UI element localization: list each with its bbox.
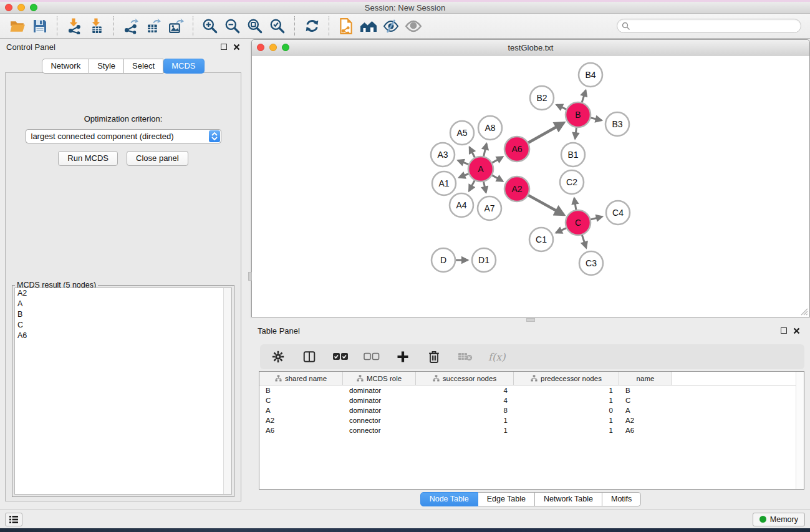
network-window-titlebar[interactable]: testGlobe.txt xyxy=(252,40,809,56)
table-cell[interactable]: dominator xyxy=(343,387,416,394)
import-table-button[interactable] xyxy=(85,16,108,37)
graph-node-A4[interactable]: A4 xyxy=(450,193,473,217)
edge-B-B1[interactable] xyxy=(575,127,576,138)
table-cell[interactable]: 1 xyxy=(514,397,619,404)
task-history-button[interactable] xyxy=(5,513,22,526)
memory-button[interactable]: Memory xyxy=(753,513,805,526)
graph-node-B4[interactable]: B4 xyxy=(579,63,602,87)
mcds-result-item[interactable]: A6 xyxy=(15,331,231,341)
mcds-result-item[interactable]: B xyxy=(15,309,231,320)
graph-node-A5[interactable]: A5 xyxy=(450,121,474,145)
new-network-from-selection-button[interactable] xyxy=(335,16,357,37)
table-cell[interactable]: A6 xyxy=(619,427,672,434)
refresh-layout-button[interactable] xyxy=(301,16,323,37)
edge-A-A8[interactable] xyxy=(483,143,486,157)
unselect-all-columns-button[interactable] xyxy=(364,349,380,365)
tab-motifs[interactable]: Motifs xyxy=(602,492,641,506)
table-cell[interactable]: 1 xyxy=(514,387,619,394)
export-network-button[interactable] xyxy=(120,16,142,37)
table-row[interactable]: A2connector11A2 xyxy=(259,415,804,425)
table-row[interactable]: Bdominator41B xyxy=(259,385,804,395)
resize-grip-icon[interactable] xyxy=(799,307,808,316)
table-cell[interactable]: A2 xyxy=(619,417,672,424)
table-cell[interactable]: connector xyxy=(343,427,416,434)
tab-node-table[interactable]: Node Table xyxy=(420,492,478,506)
delete-table-button[interactable] xyxy=(457,349,473,365)
delete-column-button[interactable] xyxy=(426,349,442,365)
graph-node-A1[interactable]: A1 xyxy=(432,172,456,195)
edge-A-A3[interactable] xyxy=(458,160,469,165)
close-panel-button[interactable]: Close panel xyxy=(127,151,188,166)
mcds-result-list[interactable]: A2ABCA6 xyxy=(14,288,232,495)
table-cell[interactable]: C xyxy=(619,397,672,404)
minimize-window-button[interactable] xyxy=(17,4,25,11)
column-header-MCDS-role[interactable]: MCDS role xyxy=(343,372,416,385)
edge-A2-C[interactable] xyxy=(528,195,564,215)
graph-node-A8[interactable]: A8 xyxy=(478,116,502,140)
create-column-button[interactable] xyxy=(395,349,411,365)
minimize-network-window-button[interactable] xyxy=(269,44,277,51)
graph-node-B1[interactable]: B1 xyxy=(561,143,585,167)
criterion-select[interactable]: largest connected component (directed) xyxy=(26,129,221,143)
search-field[interactable] xyxy=(617,19,801,33)
edge-B-B4[interactable] xyxy=(582,90,586,103)
graph-node-C2[interactable]: C2 xyxy=(560,170,584,194)
zoom-window-button[interactable] xyxy=(30,4,37,11)
column-header-successor-nodes[interactable]: successor nodes xyxy=(416,372,514,385)
graph-node-A[interactable]: A xyxy=(468,157,493,181)
scrollbar-track[interactable] xyxy=(223,288,231,494)
float-table-panel-icon[interactable] xyxy=(781,327,787,334)
close-window-button[interactable] xyxy=(5,4,12,11)
table-cell[interactable]: 4 xyxy=(416,387,514,394)
horizontal-splitter[interactable] xyxy=(251,317,810,322)
splitter-knob[interactable] xyxy=(526,318,535,322)
table-cell[interactable]: connector xyxy=(343,417,416,424)
table-scrollbar-track[interactable] xyxy=(796,372,804,489)
graph-node-D1[interactable]: D1 xyxy=(472,248,496,272)
close-network-window-button[interactable] xyxy=(257,44,264,51)
tab-edge-table[interactable]: Edge Table xyxy=(478,492,535,506)
table-cell[interactable]: 4 xyxy=(416,397,514,404)
float-panel-icon[interactable] xyxy=(221,44,227,50)
edge-B-B3[interactable] xyxy=(590,118,601,120)
graph-node-B2[interactable]: B2 xyxy=(530,86,554,110)
import-network-button[interactable] xyxy=(63,16,85,37)
mcds-result-item[interactable]: A2 xyxy=(15,288,231,299)
edge-A6-B[interactable] xyxy=(528,123,564,143)
graph-node-A6[interactable]: A6 xyxy=(504,137,529,162)
tab-mcds[interactable]: MCDS xyxy=(163,59,204,74)
graph-node-A7[interactable]: A7 xyxy=(478,196,501,220)
table-cell[interactable]: B xyxy=(619,387,672,394)
table-cell[interactable]: 0 xyxy=(514,407,619,414)
node-table[interactable]: shared nameMCDS rolesuccessor nodesprede… xyxy=(259,371,804,490)
table-row[interactable]: Cdominator41C xyxy=(259,395,804,405)
zoom-in-button[interactable] xyxy=(199,16,221,37)
edge-A-A4[interactable] xyxy=(469,180,475,191)
column-header-name[interactable]: name xyxy=(619,372,672,385)
edge-A-A6[interactable] xyxy=(492,157,503,163)
table-cell[interactable]: A6 xyxy=(259,427,343,434)
graph-node-A2[interactable]: A2 xyxy=(504,177,529,201)
export-image-button[interactable] xyxy=(165,16,187,37)
mcds-result-item[interactable]: C xyxy=(15,320,231,331)
table-cell[interactable]: C xyxy=(259,397,343,404)
table-cell[interactable]: 1 xyxy=(514,427,619,434)
graph-node-D[interactable]: D xyxy=(432,248,455,272)
graph-node-C1[interactable]: C1 xyxy=(529,228,553,251)
zoom-fit-button[interactable] xyxy=(244,16,266,37)
edge-C-C1[interactable] xyxy=(556,228,567,233)
graph-node-C[interactable]: C xyxy=(566,210,591,235)
graph-node-A3[interactable]: A3 xyxy=(431,143,455,167)
table-row[interactable]: Adominator80A xyxy=(259,405,804,415)
table-row[interactable]: A6connector11A6 xyxy=(259,425,804,435)
table-cell[interactable]: dominator xyxy=(343,397,416,404)
select-all-columns-button[interactable] xyxy=(332,349,349,365)
edge-A-A7[interactable] xyxy=(483,181,486,193)
table-settings-button[interactable] xyxy=(270,349,286,365)
splitter-handle[interactable] xyxy=(248,272,252,281)
zoom-selected-button[interactable] xyxy=(266,16,289,37)
zoom-network-window-button[interactable] xyxy=(282,44,289,51)
mcds-result-item[interactable]: A xyxy=(15,299,231,309)
save-session-button[interactable] xyxy=(29,16,51,37)
edge-A-A2[interactable] xyxy=(492,175,503,181)
